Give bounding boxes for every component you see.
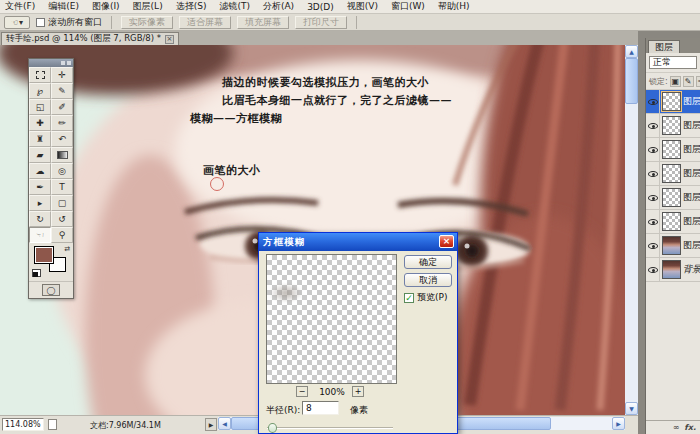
visibility-toggle[interactable] bbox=[647, 90, 660, 113]
menu-edit[interactable]: 编辑(E) bbox=[48, 0, 79, 13]
lock-pixels-icon[interactable]: ✎ bbox=[683, 76, 694, 87]
hand-tool-preset-button[interactable]: ☜ ▾ bbox=[4, 16, 30, 29]
ok-button[interactable]: 确定 bbox=[404, 255, 452, 269]
layer-row-3[interactable]: 图层 3 bbox=[646, 186, 700, 210]
layer-name[interactable]: 图层 7 bbox=[683, 95, 700, 108]
visibility-toggle[interactable] bbox=[647, 186, 660, 209]
hand-tool[interactable]: ☜ bbox=[29, 227, 51, 243]
zoom-tool[interactable]: ⚲ bbox=[51, 227, 73, 243]
type-tool[interactable]: T bbox=[51, 179, 73, 195]
status-expand-button[interactable]: ▶ bbox=[205, 418, 217, 431]
toolbox-header[interactable] bbox=[29, 59, 73, 67]
rectangular-marquee-tool[interactable] bbox=[29, 67, 51, 83]
radius-input[interactable]: 8 bbox=[302, 401, 339, 415]
menu-help[interactable]: 帮助(H) bbox=[438, 0, 470, 13]
menu-analysis[interactable]: 分析(A) bbox=[263, 0, 294, 13]
path-selection-tool[interactable]: ▸ bbox=[29, 195, 51, 211]
zoom-in-button[interactable]: + bbox=[352, 386, 364, 397]
layer-row-4[interactable]: 图层 4 bbox=[646, 162, 700, 186]
layer-row-background[interactable]: 背景 bbox=[646, 258, 700, 282]
eraser-tool[interactable]: ▰ bbox=[29, 147, 51, 163]
layer-name[interactable]: 图层 6 bbox=[683, 119, 700, 132]
layer-thumbnail[interactable] bbox=[662, 260, 681, 279]
lasso-tool[interactable]: ℘ bbox=[29, 83, 51, 99]
quick-selection-tool[interactable]: ✎ bbox=[51, 83, 73, 99]
layer-thumbnail[interactable] bbox=[662, 188, 681, 207]
scroll-down-button[interactable]: ▼ bbox=[625, 402, 638, 415]
layer-style-icon[interactable]: fx. bbox=[684, 423, 696, 432]
spot-healing-brush-tool[interactable]: ✚ bbox=[29, 115, 51, 131]
layer-name[interactable]: 背景 bbox=[683, 263, 700, 276]
layer-row-7[interactable]: 图层 7 bbox=[646, 90, 700, 114]
visibility-toggle[interactable] bbox=[647, 138, 660, 161]
layer-row-5[interactable]: 图层 5 bbox=[646, 138, 700, 162]
smudge-tool[interactable]: ☁ bbox=[29, 163, 51, 179]
move-tool[interactable]: ✛ bbox=[51, 67, 73, 83]
scroll-left-button[interactable]: ◀ bbox=[218, 417, 231, 430]
layer-name[interactable]: 图层 5 bbox=[683, 143, 700, 156]
menu-filter[interactable]: 滤镜(T) bbox=[219, 0, 250, 13]
layer-row-6[interactable]: 图层 6 bbox=[646, 114, 700, 138]
quick-mask-button[interactable]: ◯ bbox=[42, 284, 60, 296]
layer-row-1[interactable]: 图层 1 bbox=[646, 234, 700, 258]
layer-thumbnail[interactable] bbox=[662, 92, 681, 111]
menu-layer[interactable]: 图层(L) bbox=[133, 0, 163, 13]
menu-view[interactable]: 视图(V) bbox=[347, 0, 378, 13]
print-size-button[interactable]: 打印尺寸 bbox=[295, 16, 347, 29]
preview-checkbox[interactable]: ✓ bbox=[404, 293, 414, 303]
default-colors-icon[interactable] bbox=[32, 269, 41, 277]
menu-file[interactable]: 文件(F) bbox=[5, 0, 35, 13]
slider-thumb[interactable] bbox=[268, 423, 277, 433]
3d-orbit-tool[interactable]: ↺ bbox=[51, 211, 73, 227]
scroll-right-button[interactable]: ▶ bbox=[612, 417, 625, 430]
layer-thumbnail[interactable] bbox=[662, 116, 681, 135]
dodge-tool[interactable]: ◎ bbox=[51, 163, 73, 179]
menu-select[interactable]: 选择(S) bbox=[176, 0, 207, 13]
history-brush-tool[interactable]: ↶ bbox=[51, 131, 73, 147]
fill-screen-button[interactable]: 填充屏幕 bbox=[237, 16, 289, 29]
close-icon[interactable]: × bbox=[165, 35, 174, 44]
layer-thumbnail[interactable] bbox=[662, 236, 681, 255]
layer-row-2[interactable]: 图层 2 bbox=[646, 210, 700, 234]
clone-stamp-tool[interactable]: ♜ bbox=[29, 131, 51, 147]
slider-track[interactable] bbox=[267, 427, 393, 429]
rectangle-tool[interactable]: ▢ bbox=[51, 195, 73, 211]
layer-name[interactable]: 图层 3 bbox=[683, 191, 700, 204]
brush-tool[interactable]: ✏ bbox=[51, 115, 73, 131]
visibility-toggle[interactable] bbox=[647, 234, 660, 257]
scroll-all-windows-checkbox[interactable] bbox=[36, 18, 45, 27]
foreground-color-swatch[interactable] bbox=[34, 246, 54, 264]
blend-mode-dropdown[interactable]: 正常 bbox=[649, 56, 697, 69]
blur-preview-area[interactable] bbox=[266, 254, 397, 384]
cancel-button[interactable]: 取消 bbox=[404, 273, 452, 287]
layer-thumbnail[interactable] bbox=[662, 212, 681, 231]
visibility-toggle[interactable] bbox=[647, 258, 660, 281]
3d-rotate-tool[interactable]: ↻ bbox=[29, 211, 51, 227]
tab-layers[interactable]: 图层 bbox=[648, 40, 680, 53]
layer-thumbnail[interactable] bbox=[662, 140, 681, 159]
actual-pixels-button[interactable]: 实际像素 bbox=[121, 16, 173, 29]
visibility-toggle[interactable] bbox=[647, 162, 660, 185]
zoom-level-field[interactable]: 114.08% bbox=[2, 418, 44, 431]
lock-transparency-icon[interactable]: ▣ bbox=[670, 76, 681, 87]
zoom-out-button[interactable]: − bbox=[296, 386, 308, 397]
radius-slider[interactable] bbox=[267, 423, 393, 433]
vertical-scrollbar[interactable]: ▲ ▼ bbox=[625, 45, 638, 415]
dialog-close-button[interactable]: × bbox=[439, 235, 454, 248]
layer-name[interactable]: 图层 2 bbox=[683, 215, 700, 228]
layer-name[interactable]: 图层 1 bbox=[683, 239, 700, 252]
scroll-up-button[interactable]: ▲ bbox=[625, 45, 638, 58]
layer-thumbnail[interactable] bbox=[662, 164, 681, 183]
visibility-toggle[interactable] bbox=[647, 210, 660, 233]
visibility-toggle[interactable] bbox=[647, 114, 660, 137]
dialog-titlebar[interactable]: 方框模糊 bbox=[259, 233, 457, 251]
vertical-scroll-thumb[interactable] bbox=[625, 58, 638, 104]
pen-tool[interactable]: ✒ bbox=[29, 179, 51, 195]
layer-name[interactable]: 图层 4 bbox=[683, 167, 700, 180]
link-layers-icon[interactable]: ∞ bbox=[673, 423, 680, 432]
menu-window[interactable]: 窗口(W) bbox=[391, 0, 425, 13]
menu-image[interactable]: 图像(I) bbox=[92, 0, 120, 13]
eyedropper-tool[interactable]: ✐ bbox=[51, 99, 73, 115]
swap-colors-icon[interactable]: ⇄ bbox=[64, 245, 70, 253]
fit-screen-button[interactable]: 适合屏幕 bbox=[179, 16, 231, 29]
